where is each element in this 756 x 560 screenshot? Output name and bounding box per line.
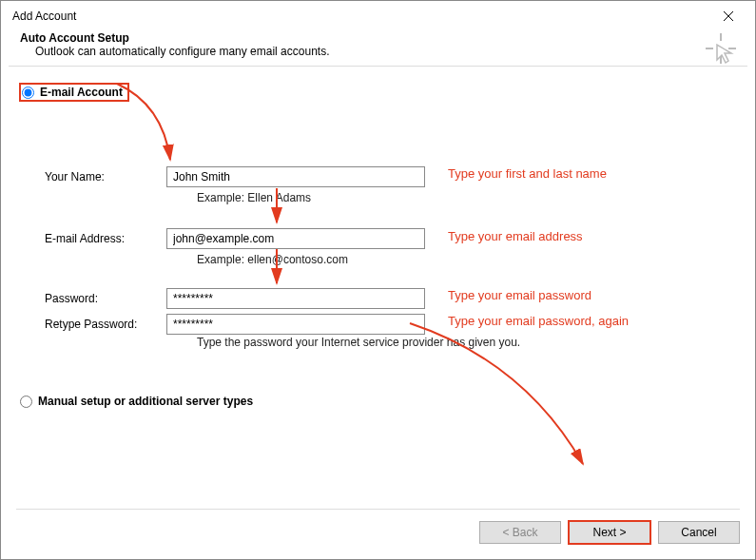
email-row: E-mail Address: Example: ellen@contoso.c… (20, 227, 425, 273)
close-icon (723, 10, 734, 22)
cancel-button[interactable]: Cancel (658, 521, 740, 544)
password-note: Type the password your Internet service … (197, 336, 520, 349)
email-account-radio-row[interactable]: E-mail Account (20, 84, 128, 101)
password-input[interactable] (166, 288, 425, 309)
annotation-arrows (1, 67, 724, 485)
email-account-radio[interactable] (22, 87, 34, 99)
retype-password-row: Retype Password: Type the password your … (20, 313, 520, 349)
password-label: Password: (45, 292, 166, 305)
close-button[interactable] (709, 3, 747, 29)
footer-rule (16, 509, 740, 510)
email-example: Example: ellen@contoso.com (197, 250, 425, 273)
header: Auto Account Setup Outlook can automatic… (1, 31, 755, 66)
cursor-sparkle-icon (704, 31, 738, 66)
manual-setup-label: Manual setup or additional server types (38, 395, 253, 408)
your-name-label: Your Name: (45, 170, 166, 183)
button-bar: < Back Next > Cancel (479, 521, 740, 544)
manual-setup-radio-row[interactable]: Manual setup or additional server types (20, 395, 253, 408)
password-hint: Type your email password (448, 288, 591, 302)
email-hint: Type your email address (448, 229, 583, 243)
retype-password-label: Retype Password: (45, 318, 166, 331)
titlebar: Add Account (1, 1, 755, 31)
retype-password-hint: Type your email password, again (448, 314, 629, 328)
header-title: Auto Account Setup (20, 31, 736, 45)
your-name-input[interactable] (166, 166, 425, 187)
next-button[interactable]: Next > (569, 521, 650, 544)
content: E-mail Account Your Name: Example: Ellen… (1, 67, 755, 485)
back-button[interactable]: < Back (479, 521, 561, 544)
name-hint: Type your first and last name (448, 166, 607, 181)
email-account-label: E-mail Account (40, 86, 123, 99)
name-row: Your Name: Example: Ellen Adams (20, 165, 425, 211)
email-input[interactable] (166, 228, 425, 249)
header-subtitle: Outlook can automatically configure many… (35, 45, 736, 58)
window-title: Add Account (12, 10, 76, 23)
manual-setup-radio[interactable] (20, 396, 32, 408)
retype-password-input[interactable] (166, 314, 425, 335)
password-row: Password: (20, 287, 425, 310)
your-name-example: Example: Ellen Adams (197, 188, 425, 211)
email-label: E-mail Address: (45, 232, 166, 245)
